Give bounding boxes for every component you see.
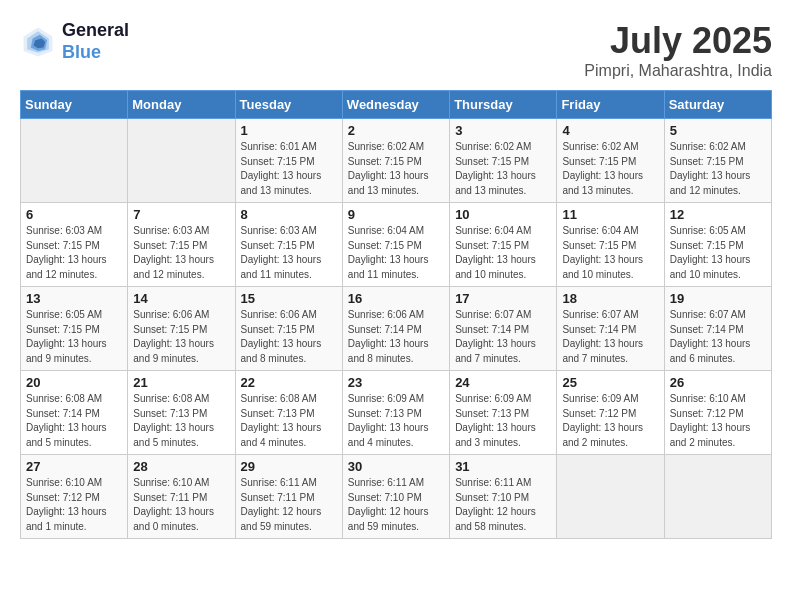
day-number: 29 bbox=[241, 459, 337, 474]
day-info: Sunrise: 6:09 AM Sunset: 7:13 PM Dayligh… bbox=[455, 392, 551, 450]
logo-line2: Blue bbox=[62, 42, 129, 64]
calendar-cell: 9Sunrise: 6:04 AM Sunset: 7:15 PM Daylig… bbox=[342, 203, 449, 287]
day-number: 27 bbox=[26, 459, 122, 474]
calendar-cell: 16Sunrise: 6:06 AM Sunset: 7:14 PM Dayli… bbox=[342, 287, 449, 371]
day-number: 23 bbox=[348, 375, 444, 390]
calendar-week-row: 1Sunrise: 6:01 AM Sunset: 7:15 PM Daylig… bbox=[21, 119, 772, 203]
day-info: Sunrise: 6:04 AM Sunset: 7:15 PM Dayligh… bbox=[562, 224, 658, 282]
day-number: 1 bbox=[241, 123, 337, 138]
day-number: 11 bbox=[562, 207, 658, 222]
day-info: Sunrise: 6:05 AM Sunset: 7:15 PM Dayligh… bbox=[670, 224, 766, 282]
calendar-cell: 13Sunrise: 6:05 AM Sunset: 7:15 PM Dayli… bbox=[21, 287, 128, 371]
calendar-week-row: 20Sunrise: 6:08 AM Sunset: 7:14 PM Dayli… bbox=[21, 371, 772, 455]
day-info: Sunrise: 6:07 AM Sunset: 7:14 PM Dayligh… bbox=[562, 308, 658, 366]
logo-line1: General bbox=[62, 20, 129, 42]
day-info: Sunrise: 6:02 AM Sunset: 7:15 PM Dayligh… bbox=[455, 140, 551, 198]
day-info: Sunrise: 6:06 AM Sunset: 7:14 PM Dayligh… bbox=[348, 308, 444, 366]
day-info: Sunrise: 6:11 AM Sunset: 7:11 PM Dayligh… bbox=[241, 476, 337, 534]
calendar-cell: 28Sunrise: 6:10 AM Sunset: 7:11 PM Dayli… bbox=[128, 455, 235, 539]
weekday-header-row: SundayMondayTuesdayWednesdayThursdayFrid… bbox=[21, 91, 772, 119]
day-info: Sunrise: 6:01 AM Sunset: 7:15 PM Dayligh… bbox=[241, 140, 337, 198]
calendar-cell: 14Sunrise: 6:06 AM Sunset: 7:15 PM Dayli… bbox=[128, 287, 235, 371]
day-number: 4 bbox=[562, 123, 658, 138]
day-number: 18 bbox=[562, 291, 658, 306]
calendar-cell: 20Sunrise: 6:08 AM Sunset: 7:14 PM Dayli… bbox=[21, 371, 128, 455]
day-info: Sunrise: 6:04 AM Sunset: 7:15 PM Dayligh… bbox=[348, 224, 444, 282]
calendar-cell: 8Sunrise: 6:03 AM Sunset: 7:15 PM Daylig… bbox=[235, 203, 342, 287]
month-year: July 2025 bbox=[584, 20, 772, 62]
day-number: 30 bbox=[348, 459, 444, 474]
day-number: 31 bbox=[455, 459, 551, 474]
calendar-cell: 18Sunrise: 6:07 AM Sunset: 7:14 PM Dayli… bbox=[557, 287, 664, 371]
day-info: Sunrise: 6:06 AM Sunset: 7:15 PM Dayligh… bbox=[241, 308, 337, 366]
weekday-header: Thursday bbox=[450, 91, 557, 119]
calendar-cell: 25Sunrise: 6:09 AM Sunset: 7:12 PM Dayli… bbox=[557, 371, 664, 455]
day-number: 6 bbox=[26, 207, 122, 222]
calendar-cell: 6Sunrise: 6:03 AM Sunset: 7:15 PM Daylig… bbox=[21, 203, 128, 287]
calendar-cell: 11Sunrise: 6:04 AM Sunset: 7:15 PM Dayli… bbox=[557, 203, 664, 287]
day-number: 13 bbox=[26, 291, 122, 306]
day-number: 28 bbox=[133, 459, 229, 474]
day-info: Sunrise: 6:03 AM Sunset: 7:15 PM Dayligh… bbox=[133, 224, 229, 282]
calendar-week-row: 6Sunrise: 6:03 AM Sunset: 7:15 PM Daylig… bbox=[21, 203, 772, 287]
day-number: 8 bbox=[241, 207, 337, 222]
day-info: Sunrise: 6:09 AM Sunset: 7:12 PM Dayligh… bbox=[562, 392, 658, 450]
day-info: Sunrise: 6:07 AM Sunset: 7:14 PM Dayligh… bbox=[670, 308, 766, 366]
weekday-header: Monday bbox=[128, 91, 235, 119]
calendar-cell: 29Sunrise: 6:11 AM Sunset: 7:11 PM Dayli… bbox=[235, 455, 342, 539]
calendar-cell: 4Sunrise: 6:02 AM Sunset: 7:15 PM Daylig… bbox=[557, 119, 664, 203]
weekday-header: Saturday bbox=[664, 91, 771, 119]
day-number: 14 bbox=[133, 291, 229, 306]
day-number: 21 bbox=[133, 375, 229, 390]
day-info: Sunrise: 6:08 AM Sunset: 7:13 PM Dayligh… bbox=[133, 392, 229, 450]
location: Pimpri, Maharashtra, India bbox=[584, 62, 772, 80]
calendar-cell: 7Sunrise: 6:03 AM Sunset: 7:15 PM Daylig… bbox=[128, 203, 235, 287]
day-info: Sunrise: 6:11 AM Sunset: 7:10 PM Dayligh… bbox=[455, 476, 551, 534]
day-number: 7 bbox=[133, 207, 229, 222]
day-info: Sunrise: 6:07 AM Sunset: 7:14 PM Dayligh… bbox=[455, 308, 551, 366]
weekday-header: Sunday bbox=[21, 91, 128, 119]
day-info: Sunrise: 6:10 AM Sunset: 7:12 PM Dayligh… bbox=[26, 476, 122, 534]
day-number: 3 bbox=[455, 123, 551, 138]
day-info: Sunrise: 6:09 AM Sunset: 7:13 PM Dayligh… bbox=[348, 392, 444, 450]
day-info: Sunrise: 6:02 AM Sunset: 7:15 PM Dayligh… bbox=[348, 140, 444, 198]
day-number: 15 bbox=[241, 291, 337, 306]
weekday-header: Friday bbox=[557, 91, 664, 119]
weekday-header: Tuesday bbox=[235, 91, 342, 119]
calendar-cell: 17Sunrise: 6:07 AM Sunset: 7:14 PM Dayli… bbox=[450, 287, 557, 371]
day-info: Sunrise: 6:10 AM Sunset: 7:12 PM Dayligh… bbox=[670, 392, 766, 450]
weekday-header: Wednesday bbox=[342, 91, 449, 119]
calendar-cell bbox=[128, 119, 235, 203]
day-number: 16 bbox=[348, 291, 444, 306]
calendar-cell: 5Sunrise: 6:02 AM Sunset: 7:15 PM Daylig… bbox=[664, 119, 771, 203]
day-info: Sunrise: 6:04 AM Sunset: 7:15 PM Dayligh… bbox=[455, 224, 551, 282]
day-info: Sunrise: 6:08 AM Sunset: 7:13 PM Dayligh… bbox=[241, 392, 337, 450]
calendar-cell: 27Sunrise: 6:10 AM Sunset: 7:12 PM Dayli… bbox=[21, 455, 128, 539]
calendar-cell: 23Sunrise: 6:09 AM Sunset: 7:13 PM Dayli… bbox=[342, 371, 449, 455]
day-info: Sunrise: 6:11 AM Sunset: 7:10 PM Dayligh… bbox=[348, 476, 444, 534]
calendar-cell: 30Sunrise: 6:11 AM Sunset: 7:10 PM Dayli… bbox=[342, 455, 449, 539]
day-number: 12 bbox=[670, 207, 766, 222]
day-info: Sunrise: 6:08 AM Sunset: 7:14 PM Dayligh… bbox=[26, 392, 122, 450]
calendar-cell: 12Sunrise: 6:05 AM Sunset: 7:15 PM Dayli… bbox=[664, 203, 771, 287]
calendar-cell: 10Sunrise: 6:04 AM Sunset: 7:15 PM Dayli… bbox=[450, 203, 557, 287]
logo: General Blue bbox=[20, 20, 129, 63]
day-number: 19 bbox=[670, 291, 766, 306]
day-info: Sunrise: 6:03 AM Sunset: 7:15 PM Dayligh… bbox=[241, 224, 337, 282]
calendar-cell: 3Sunrise: 6:02 AM Sunset: 7:15 PM Daylig… bbox=[450, 119, 557, 203]
calendar-cell: 31Sunrise: 6:11 AM Sunset: 7:10 PM Dayli… bbox=[450, 455, 557, 539]
day-number: 9 bbox=[348, 207, 444, 222]
calendar-cell bbox=[557, 455, 664, 539]
calendar-cell bbox=[664, 455, 771, 539]
day-info: Sunrise: 6:02 AM Sunset: 7:15 PM Dayligh… bbox=[562, 140, 658, 198]
calendar-cell: 22Sunrise: 6:08 AM Sunset: 7:13 PM Dayli… bbox=[235, 371, 342, 455]
day-number: 26 bbox=[670, 375, 766, 390]
calendar-cell: 19Sunrise: 6:07 AM Sunset: 7:14 PM Dayli… bbox=[664, 287, 771, 371]
day-number: 5 bbox=[670, 123, 766, 138]
day-info: Sunrise: 6:03 AM Sunset: 7:15 PM Dayligh… bbox=[26, 224, 122, 282]
day-info: Sunrise: 6:05 AM Sunset: 7:15 PM Dayligh… bbox=[26, 308, 122, 366]
logo-icon bbox=[20, 24, 56, 60]
day-number: 24 bbox=[455, 375, 551, 390]
day-number: 10 bbox=[455, 207, 551, 222]
calendar-cell: 24Sunrise: 6:09 AM Sunset: 7:13 PM Dayli… bbox=[450, 371, 557, 455]
